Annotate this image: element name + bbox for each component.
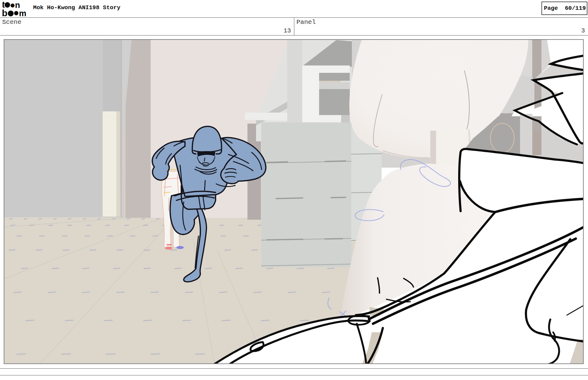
svg-text:n: n <box>15 1 20 10</box>
svg-text:m: m <box>19 9 26 17</box>
svg-text:b: b <box>2 8 7 17</box>
